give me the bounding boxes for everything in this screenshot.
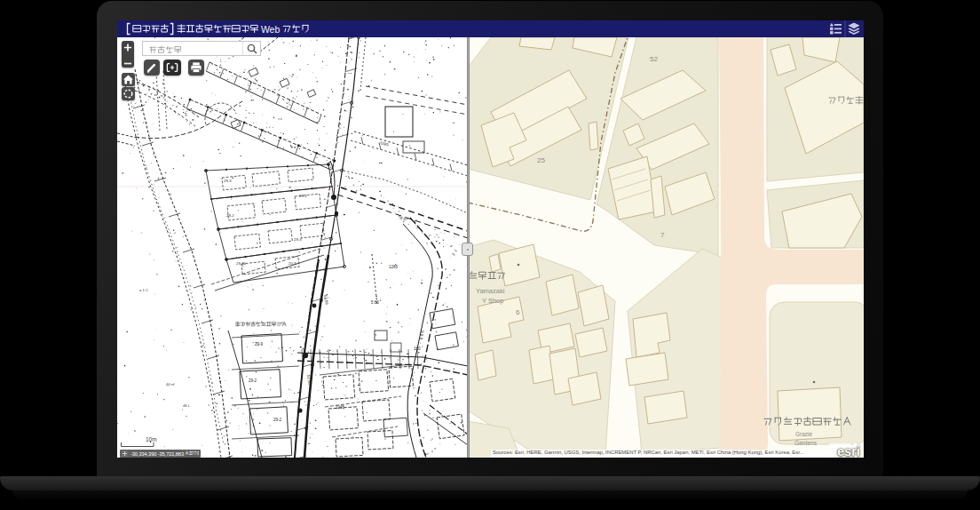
svg-text:6: 6 bbox=[516, 308, 520, 316]
svg-text:25: 25 bbox=[537, 156, 545, 164]
svg-text:180: 180 bbox=[414, 347, 421, 351]
svg-text:Grazie: Grazie bbox=[795, 431, 813, 437]
svg-text:29-2: 29-2 bbox=[249, 379, 257, 383]
svg-text:Web: Web bbox=[261, 24, 281, 35]
svg-text:Y Shop: Y Shop bbox=[482, 297, 503, 305]
svg-text:1285: 1285 bbox=[389, 265, 399, 269]
svg-text:29-3: 29-3 bbox=[294, 237, 302, 242]
svg-text:9 8 9: 9 8 9 bbox=[419, 331, 424, 340]
svg-text:29-16: 29-16 bbox=[236, 261, 247, 266]
svg-text:29-1: 29-1 bbox=[299, 194, 307, 198]
svg-text:5 86: 5 86 bbox=[371, 300, 379, 305]
svg-text:Gardens: Gardens bbox=[794, 440, 818, 446]
svg-text:7: 7 bbox=[660, 231, 665, 239]
svg-text:46 L: 46 L bbox=[183, 403, 191, 408]
svg-text:29-2: 29-2 bbox=[273, 418, 282, 422]
svg-text:44 nf: 44 nf bbox=[166, 382, 175, 386]
svg-text:52: 52 bbox=[650, 55, 658, 63]
svg-text:Yamazaki: Yamazaki bbox=[476, 287, 505, 295]
svg-text:29-3: 29-3 bbox=[224, 179, 232, 183]
svg-text:29-2: 29-2 bbox=[226, 213, 234, 218]
svg-text:o 1 C: o 1 C bbox=[139, 288, 148, 292]
svg-text:1045: 1045 bbox=[336, 405, 345, 410]
